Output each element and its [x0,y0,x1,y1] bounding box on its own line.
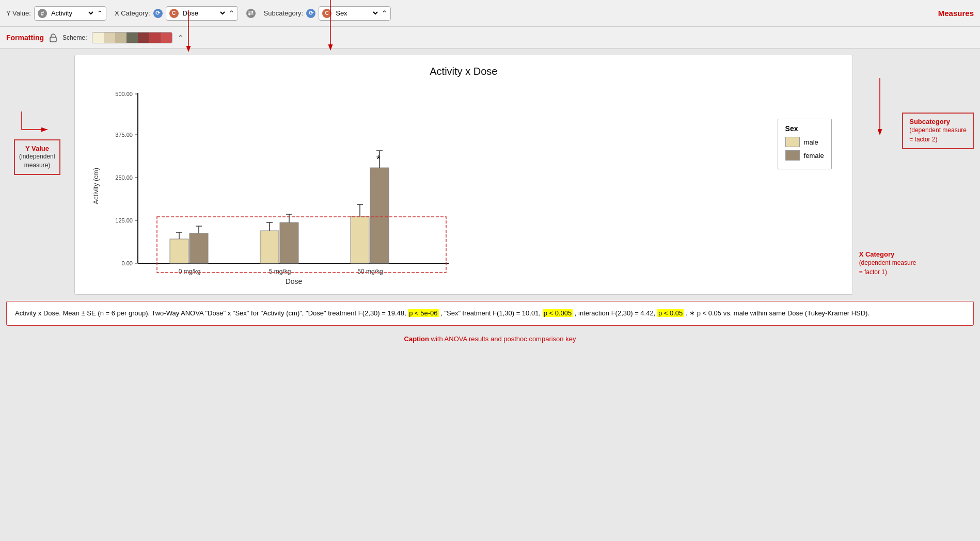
subcategory-dropdown[interactable]: Sex [334,9,380,18]
y-value-select[interactable]: # Activity ⌃ [34,6,106,21]
svg-text:5 mg/kg: 5 mg/kg [269,268,291,275]
svg-text:0.00: 0.00 [122,260,133,266]
caption-footer-bold: Caption [404,335,429,343]
caption-highlight-1: p < 5e-06 [408,309,438,317]
sync-icon-x: ⟳ [153,9,163,18]
xcategory-annotation-box: X Category (dependent measure= factor 1) [859,250,974,277]
x-category-dropdown[interactable]: Dose [181,9,227,18]
swatch-6[interactable] [149,33,161,43]
chart-title: Activity x Dose [85,66,842,77]
hash-icon: # [38,9,47,18]
y-value-annotation-detail: (independentmeasure) [19,152,55,170]
svg-text:*: * [376,153,381,165]
top-toolbar: Y Value: # Activity ⌃ X Category: ⟳ C Do… [0,0,980,27]
bar-chart-svg: 0.00 125.00 250.00 375.00 500.00 [108,88,459,284]
caption-highlight-2: p < 0.005 [543,309,573,317]
chevron-icon-sub: ⌃ [382,9,387,17]
bar-0mg-female [189,233,208,263]
x-category-label: X Category: [115,9,150,17]
svg-text:125.00: 125.00 [115,217,133,224]
y-value-arrow [17,106,58,137]
subcategory-select[interactable]: C Sex ⌃ [319,6,391,21]
legend-item-female: female [785,150,824,161]
subcategory-label: Subcategory: [264,9,304,17]
chart-container: Activity x Dose Activity (cm) 0.00 125.0… [74,55,853,295]
y-value-annotation-title: Y Value [19,145,55,152]
caption-section: Activity x Dose. Mean ± SE (n = 6 per gr… [6,301,974,326]
x-category-group: X Category: ⟳ C Dose ⌃ [115,6,238,21]
swatch-2[interactable] [104,33,115,43]
svg-text:500.00: 500.00 [115,91,133,97]
xcategory-annotation-title: X Category [859,250,974,258]
legend-label-female: female [804,152,824,160]
legend-swatch-female [785,150,800,161]
caption-text-2: , "Sex" treatment F(1,30) = 10.01, [439,309,543,317]
svg-text:250.00: 250.00 [115,174,133,181]
svg-rect-0 [50,37,56,42]
caption-footer-rest: with ANOVA results and posthoc compariso… [431,335,576,343]
main-content: Y Value (independentmeasure) Activity x … [0,49,980,301]
svg-text:375.00: 375.00 [115,132,133,138]
swatch-1[interactable] [92,33,104,43]
c-icon-sub: C [322,9,331,18]
caption-text-4: . ∗ p < 0.05 vs. male within same Dose (… [684,309,870,317]
swatch-3[interactable] [115,33,127,43]
x-category-select[interactable]: C Dose ⌃ [166,6,238,21]
right-annotations: Subcategory (dependent measure= factor 2… [859,55,974,295]
y-axis-label-container: Activity (cm) [85,88,106,284]
subcategory-annotation-detail: (dependent measure= factor 2) [909,125,967,144]
xcategory-annotation-detail: (dependent measure= factor 1) [859,258,974,277]
y-value-box: Y Value (independentmeasure) [14,139,60,175]
subcategory-annotation-box: Subcategory (dependent measure= factor 2… [902,113,974,149]
bar-50mg-female [370,168,389,263]
bar-5mg-female [280,222,298,263]
legend-box: Sex male female [778,119,832,169]
legend-label-male: male [804,138,818,146]
svg-text:50 mg/kg: 50 mg/kg [357,268,383,275]
swatch-5[interactable] [138,33,149,43]
swap-icon[interactable]: ⇄ [246,9,256,18]
subcategory-annotation-title: Subcategory [909,118,967,125]
y-value-dropdown[interactable]: Activity [49,9,95,18]
y-value-label: Y Value: [6,9,31,17]
swatch-4[interactable] [127,33,138,43]
chart-plot: 0.00 125.00 250.00 375.00 500.00 [108,88,842,284]
chevron-icon: ⌃ [97,9,103,17]
subcategory-arrow [859,75,900,137]
sync-icon-sub: ⟳ [306,9,315,18]
y-axis-label: Activity (cm) [92,168,100,204]
caption-highlight-3: p < 0.05 [657,309,684,317]
subcategory-group: Subcategory: ⟳ C Sex ⌃ [264,6,391,21]
chevron-icon-x: ⌃ [229,9,234,17]
svg-text:0 mg/kg: 0 mg/kg [179,268,201,275]
bar-5mg-male [260,231,279,263]
chart-area: Activity (cm) 0.00 125.00 250.00 [85,88,842,284]
measures-label: Measures [938,9,974,18]
color-scheme-swatches[interactable] [92,32,172,43]
legend-swatch-male [785,137,800,147]
caption-main-text: Activity x Dose. Mean ± SE (n = 6 per gr… [15,309,408,317]
c-icon-x: C [169,9,179,18]
swatch-7[interactable] [161,33,172,43]
scheme-label: Scheme: [62,34,87,41]
caption-footer: Caption with ANOVA results and posthoc c… [0,332,980,348]
legend-item-male: male [785,137,824,147]
scheme-chevron[interactable]: ⌃ [178,34,184,42]
y-value-group: Y Value: # Activity ⌃ [6,6,106,21]
svg-text:Dose: Dose [286,277,303,284]
bar-50mg-male [351,216,369,263]
bar-0mg-male [170,239,188,263]
legend-title: Sex [785,124,824,133]
second-toolbar: Formatting Scheme: ⌃ [0,27,980,49]
formatting-label: Formatting [6,34,44,42]
caption-text-3: , interaction F(2,30) = 4.42, [573,309,657,317]
left-annotation-area: Y Value (independentmeasure) [6,55,68,295]
lock-icon [49,33,57,42]
